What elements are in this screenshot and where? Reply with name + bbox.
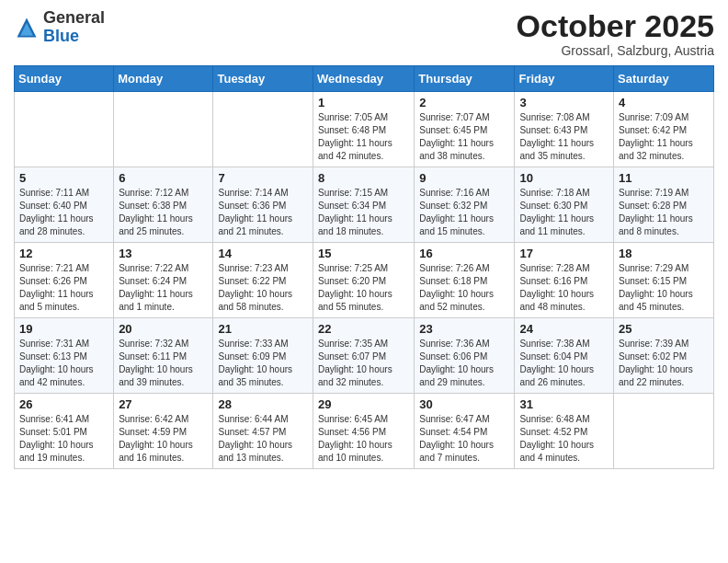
- weekday-header-row: Sunday Monday Tuesday Wednesday Thursday…: [15, 66, 714, 92]
- day-number: 1: [318, 96, 409, 109]
- day-info: Sunrise: 7:29 AM Sunset: 6:15 PM Dayligh…: [619, 262, 709, 314]
- calendar-cell: 23Sunrise: 7:36 AM Sunset: 6:06 PM Dayli…: [415, 318, 515, 394]
- day-info: Sunrise: 7:12 AM Sunset: 6:38 PM Dayligh…: [119, 187, 208, 238]
- day-info: Sunrise: 7:14 AM Sunset: 6:36 PM Dayligh…: [218, 187, 308, 238]
- day-info: Sunrise: 6:45 AM Sunset: 4:56 PM Dayligh…: [318, 413, 409, 465]
- day-info: Sunrise: 7:15 AM Sunset: 6:34 PM Dayligh…: [318, 187, 409, 238]
- day-number: 7: [218, 171, 308, 185]
- day-number: 21: [218, 322, 308, 336]
- logo-general: General: [43, 8, 105, 27]
- header-wednesday: Wednesday: [313, 66, 415, 92]
- calendar-cell: 5Sunrise: 7:11 AM Sunset: 6:40 PM Daylig…: [15, 167, 114, 243]
- day-info: Sunrise: 7:38 AM Sunset: 6:04 PM Dayligh…: [519, 338, 609, 389]
- day-info: Sunrise: 7:32 AM Sunset: 6:11 PM Dayligh…: [119, 338, 208, 389]
- calendar-cell: 27Sunrise: 6:42 AM Sunset: 4:59 PM Dayli…: [114, 394, 213, 469]
- day-number: 31: [519, 397, 609, 411]
- day-number: 15: [318, 247, 409, 260]
- day-number: 4: [619, 96, 709, 109]
- calendar-cell: 11Sunrise: 7:19 AM Sunset: 6:28 PM Dayli…: [614, 167, 714, 243]
- day-number: 24: [519, 322, 609, 336]
- day-number: 22: [318, 322, 409, 336]
- day-info: Sunrise: 7:19 AM Sunset: 6:28 PM Dayligh…: [619, 187, 709, 238]
- calendar-cell: 20Sunrise: 7:32 AM Sunset: 6:11 PM Dayli…: [114, 318, 213, 394]
- calendar-cell: 16Sunrise: 7:26 AM Sunset: 6:18 PM Dayli…: [415, 243, 515, 318]
- header-thursday: Thursday: [415, 66, 515, 92]
- day-info: Sunrise: 7:16 AM Sunset: 6:32 PM Dayligh…: [419, 187, 509, 238]
- day-info: Sunrise: 7:11 AM Sunset: 6:40 PM Dayligh…: [19, 187, 108, 238]
- calendar-cell: [114, 92, 213, 167]
- calendar-cell: 8Sunrise: 7:15 AM Sunset: 6:34 PM Daylig…: [313, 167, 415, 243]
- day-info: Sunrise: 7:21 AM Sunset: 6:26 PM Dayligh…: [19, 262, 108, 314]
- day-number: 17: [519, 247, 609, 260]
- day-number: 2: [419, 96, 509, 109]
- day-info: Sunrise: 7:33 AM Sunset: 6:09 PM Dayligh…: [218, 338, 308, 389]
- calendar-cell: 17Sunrise: 7:28 AM Sunset: 6:16 PM Dayli…: [515, 243, 614, 318]
- month-title: October 2025: [517, 9, 714, 43]
- calendar-cell: 26Sunrise: 6:41 AM Sunset: 5:01 PM Dayli…: [15, 394, 114, 469]
- day-number: 18: [619, 247, 709, 260]
- day-number: 28: [218, 397, 308, 411]
- calendar-cell: 28Sunrise: 6:44 AM Sunset: 4:57 PM Dayli…: [213, 394, 313, 469]
- day-number: 14: [218, 247, 308, 260]
- calendar-cell: 22Sunrise: 7:35 AM Sunset: 6:07 PM Dayli…: [313, 318, 415, 394]
- calendar-cell: 9Sunrise: 7:16 AM Sunset: 6:32 PM Daylig…: [415, 167, 515, 243]
- page: General Blue October 2025 Grossarl, Salz…: [0, 0, 728, 563]
- logo-blue: Blue: [43, 27, 79, 45]
- day-info: Sunrise: 7:39 AM Sunset: 6:02 PM Dayligh…: [619, 338, 709, 389]
- header-tuesday: Tuesday: [213, 66, 313, 92]
- day-number: 11: [619, 171, 709, 185]
- calendar-week-row-4: 26Sunrise: 6:41 AM Sunset: 5:01 PM Dayli…: [15, 394, 714, 469]
- day-info: Sunrise: 7:28 AM Sunset: 6:16 PM Dayligh…: [519, 262, 609, 314]
- calendar-cell: [614, 394, 714, 469]
- day-info: Sunrise: 7:18 AM Sunset: 6:30 PM Dayligh…: [519, 187, 609, 238]
- calendar-cell: 18Sunrise: 7:29 AM Sunset: 6:15 PM Dayli…: [614, 243, 714, 318]
- calendar-cell: 3Sunrise: 7:08 AM Sunset: 6:43 PM Daylig…: [515, 92, 614, 167]
- day-info: Sunrise: 7:23 AM Sunset: 6:22 PM Dayligh…: [218, 262, 308, 314]
- day-info: Sunrise: 7:09 AM Sunset: 6:42 PM Dayligh…: [619, 111, 709, 163]
- calendar-cell: 19Sunrise: 7:31 AM Sunset: 6:13 PM Dayli…: [15, 318, 114, 394]
- calendar-table: Sunday Monday Tuesday Wednesday Thursday…: [14, 65, 714, 469]
- day-number: 9: [419, 171, 509, 185]
- day-info: Sunrise: 7:07 AM Sunset: 6:45 PM Dayligh…: [419, 111, 509, 163]
- day-info: Sunrise: 7:31 AM Sunset: 6:13 PM Dayligh…: [19, 338, 108, 389]
- day-info: Sunrise: 7:05 AM Sunset: 6:48 PM Dayligh…: [318, 111, 409, 163]
- calendar-cell: [15, 92, 114, 167]
- day-info: Sunrise: 7:08 AM Sunset: 6:43 PM Dayligh…: [519, 111, 609, 163]
- day-info: Sunrise: 7:35 AM Sunset: 6:07 PM Dayligh…: [318, 338, 409, 389]
- day-number: 13: [119, 247, 208, 260]
- calendar-cell: 30Sunrise: 6:47 AM Sunset: 4:54 PM Dayli…: [415, 394, 515, 469]
- subtitle: Grossarl, Salzburg, Austria: [517, 43, 714, 58]
- day-info: Sunrise: 7:36 AM Sunset: 6:06 PM Dayligh…: [419, 338, 509, 389]
- calendar-cell: 4Sunrise: 7:09 AM Sunset: 6:42 PM Daylig…: [614, 92, 714, 167]
- header-saturday: Saturday: [614, 66, 714, 92]
- day-number: 3: [519, 96, 609, 109]
- header: General Blue October 2025 Grossarl, Salz…: [14, 9, 714, 58]
- day-info: Sunrise: 7:22 AM Sunset: 6:24 PM Dayligh…: [119, 262, 208, 314]
- day-info: Sunrise: 6:44 AM Sunset: 4:57 PM Dayligh…: [218, 413, 308, 465]
- day-number: 6: [119, 171, 208, 185]
- calendar-week-row-3: 19Sunrise: 7:31 AM Sunset: 6:13 PM Dayli…: [15, 318, 714, 394]
- calendar-cell: 31Sunrise: 6:48 AM Sunset: 4:52 PM Dayli…: [515, 394, 614, 469]
- day-number: 29: [318, 397, 409, 411]
- logo-text: General Blue: [43, 9, 105, 46]
- calendar-cell: 25Sunrise: 7:39 AM Sunset: 6:02 PM Dayli…: [614, 318, 714, 394]
- day-number: 23: [419, 322, 509, 336]
- day-number: 20: [119, 322, 208, 336]
- header-friday: Friday: [515, 66, 614, 92]
- day-info: Sunrise: 6:41 AM Sunset: 5:01 PM Dayligh…: [19, 413, 108, 465]
- logo-icon: [14, 15, 40, 40]
- calendar-cell: [213, 92, 313, 167]
- calendar-cell: 13Sunrise: 7:22 AM Sunset: 6:24 PM Dayli…: [114, 243, 213, 318]
- calendar-cell: 6Sunrise: 7:12 AM Sunset: 6:38 PM Daylig…: [114, 167, 213, 243]
- calendar-cell: 15Sunrise: 7:25 AM Sunset: 6:20 PM Dayli…: [313, 243, 415, 318]
- calendar-cell: 14Sunrise: 7:23 AM Sunset: 6:22 PM Dayli…: [213, 243, 313, 318]
- logo: General Blue: [14, 9, 105, 46]
- title-block: October 2025 Grossarl, Salzburg, Austria: [517, 9, 714, 58]
- calendar-cell: 2Sunrise: 7:07 AM Sunset: 6:45 PM Daylig…: [415, 92, 515, 167]
- header-sunday: Sunday: [15, 66, 114, 92]
- day-number: 16: [419, 247, 509, 260]
- calendar-cell: 7Sunrise: 7:14 AM Sunset: 6:36 PM Daylig…: [213, 167, 313, 243]
- calendar-cell: 10Sunrise: 7:18 AM Sunset: 6:30 PM Dayli…: [515, 167, 614, 243]
- calendar-week-row-2: 12Sunrise: 7:21 AM Sunset: 6:26 PM Dayli…: [15, 243, 714, 318]
- day-number: 10: [519, 171, 609, 185]
